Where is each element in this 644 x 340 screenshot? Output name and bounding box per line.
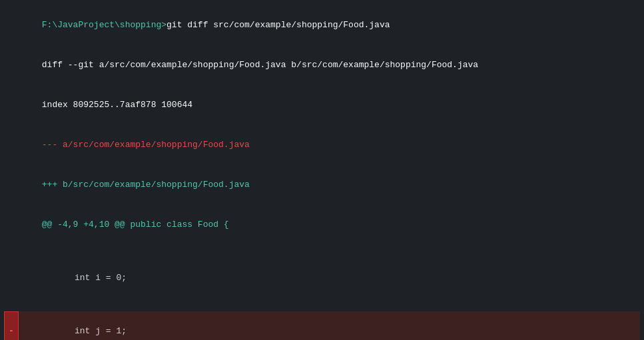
git-diff-cmd: git diff src/com/example/shopping/Food.j… bbox=[166, 20, 390, 30]
hunk-header-text: @@ -4,9 +4,10 @@ public class Food { bbox=[42, 220, 229, 230]
prompt-content: F:\JavaProject\shopping>git diff src/com… bbox=[7, 5, 640, 45]
terminal: F:\JavaProject\shopping>git diff src/com… bbox=[0, 0, 644, 340]
index-line: index 8092525..7aaf878 100644 bbox=[4, 85, 640, 125]
gutter-blank2 bbox=[4, 298, 19, 311]
gutter-blank1 bbox=[4, 245, 19, 258]
gutter-int-i bbox=[4, 258, 19, 298]
file-a-text: --- a/src/com/example/shopping/Food.java bbox=[42, 140, 250, 150]
file-b-line: +++ b/src/com/example/shopping/Food.java bbox=[4, 165, 640, 205]
prompt-line: F:\JavaProject\shopping>git diff src/com… bbox=[4, 5, 640, 45]
gutter-minus: - bbox=[4, 311, 19, 340]
file-a-line: --- a/src/com/example/shopping/Food.java bbox=[4, 125, 640, 165]
removed-line: - int j = 1; bbox=[4, 311, 640, 340]
prompt-path: F:\JavaProject\shopping> bbox=[42, 20, 166, 30]
diff-git-text: diff --git a/src/com/example/shopping/Fo… bbox=[42, 60, 478, 70]
blank-line-1 bbox=[4, 245, 640, 258]
code-int-i-line: int i = 0; bbox=[4, 258, 640, 298]
removed-code: int j = 1; bbox=[54, 326, 127, 336]
blank-line-2 bbox=[4, 298, 640, 311]
hunk-header-line: @@ -4,9 +4,10 @@ public class Food { bbox=[4, 205, 640, 245]
diff-git-header: diff --git a/src/com/example/shopping/Fo… bbox=[4, 45, 640, 85]
code-int-i: int i = 0; bbox=[54, 273, 127, 283]
file-b-text: +++ b/src/com/example/shopping/Food.java bbox=[42, 180, 250, 190]
index-text: index 8092525..7aaf878 100644 bbox=[42, 100, 192, 110]
